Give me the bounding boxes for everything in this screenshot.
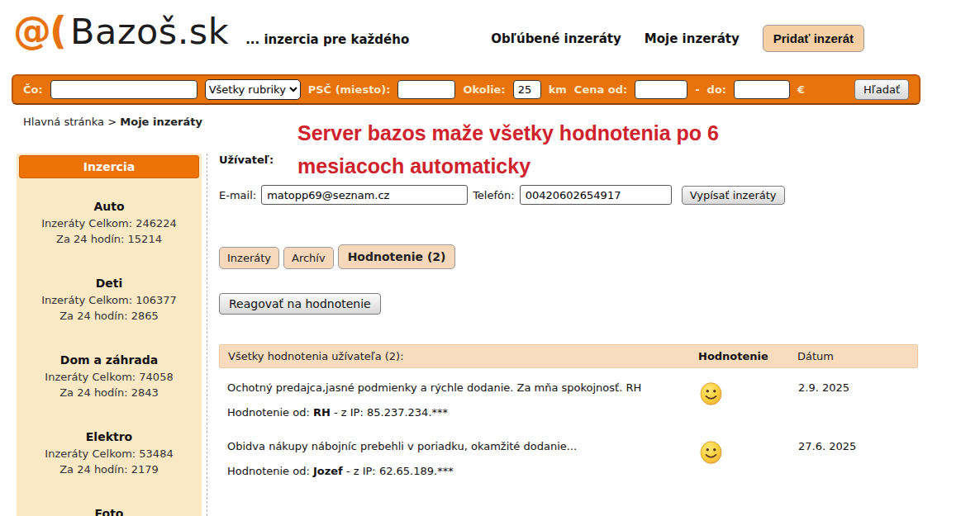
breadcrumb-home-link[interactable]: Hlavná stránka xyxy=(23,116,104,128)
category-list: Auto Inzeráty Celkom: 246224 Za 24 hodín… xyxy=(17,178,202,516)
rating-date: 27.6. 2025 xyxy=(798,440,910,477)
category-name[interactable]: Deti xyxy=(17,277,202,290)
list-ads-button[interactable]: Vypísať inzeráty xyxy=(682,186,785,205)
tab-archiv[interactable]: Archív xyxy=(283,247,334,269)
search-bar: Čo: Všetky rubriky PSČ (miesto): Okolie:… xyxy=(12,74,921,105)
psc-input[interactable] xyxy=(397,80,455,99)
category-foto[interactable]: Foto xyxy=(17,507,202,516)
cena-dash: - xyxy=(695,83,699,96)
header-nav: Obľúbené inzeráty Moje inzeráty Pridať i… xyxy=(491,25,864,52)
date-column-header: Dátum xyxy=(797,350,909,362)
ratings-table: Všetky hodnotenia užívateľa (2): Hodnote… xyxy=(219,344,918,485)
breadcrumb-separator: > xyxy=(107,116,117,128)
category-name[interactable]: Foto xyxy=(17,507,202,516)
rating-row-texts: Obidva nákupy nábojníc prebehli v poriad… xyxy=(227,440,699,477)
tab-hodnotenie[interactable]: Hodnotenie (2) xyxy=(338,244,456,269)
contact-row: E-mail: Telefón: Vypísať inzeráty xyxy=(219,185,785,205)
rating-row: Ochotný predajca,jasné podmienky a rýchl… xyxy=(219,368,918,427)
add-ad-button[interactable]: Pridať inzerát xyxy=(763,25,864,52)
search-what-label: Čo: xyxy=(23,83,43,96)
smiley-happy-icon xyxy=(699,440,798,477)
rating-date: 2.9. 2025 xyxy=(798,381,910,419)
main-content: Užívateľ: E-mail: Telefón: Vypísať inzer… xyxy=(219,154,918,166)
category-name[interactable]: Auto xyxy=(17,200,202,213)
cena-od-label: Cena od: xyxy=(574,83,627,96)
page: @( Bazoš.sk ... inzercia pre každého Obľ… xyxy=(0,0,980,516)
sidebar-inzercia: Inzercia Auto Inzeráty Celkom: 246224 Za… xyxy=(17,154,202,516)
rating-from-name: RH xyxy=(313,406,331,419)
category-last24: Za 24 hodín: 2179 xyxy=(17,462,202,477)
euro-label: € xyxy=(797,83,805,96)
breadcrumb-current: Moje inzeráty xyxy=(120,116,202,128)
smiley-happy-icon xyxy=(699,381,798,419)
sidebar-divider xyxy=(207,154,207,516)
category-name[interactable]: Elektro xyxy=(17,430,202,443)
rating-from-ip: - z IP: 62.65.189.*** xyxy=(343,465,454,477)
phone-label: Telefón: xyxy=(473,189,515,201)
rating-text: Obidva nákupy nábojníc prebehli v poriad… xyxy=(227,440,699,452)
respond-to-rating-button[interactable]: Reagovať na hodnotenie xyxy=(219,293,381,315)
category-total: Inzeráty Celkom: 53484 xyxy=(17,446,202,462)
do-label: do: xyxy=(707,83,726,96)
search-button[interactable]: Hľadať xyxy=(854,79,909,100)
category-dom-a-zahrada[interactable]: Dom a záhrada Inzeráty Celkom: 74058 Za … xyxy=(17,353,202,400)
email-field[interactable] xyxy=(261,185,468,205)
km-label: km xyxy=(549,83,567,96)
rating-from-label: Hodnotenie od: xyxy=(227,406,313,419)
rating-row-texts: Ochotný predajca,jasné podmienky a rýchl… xyxy=(227,381,699,419)
category-total: Inzeráty Celkom: 106377 xyxy=(17,292,202,308)
breadcrumb: Hlavná stránka > Moje inzeráty xyxy=(23,116,202,128)
logo-text[interactable]: Bazoš.sk xyxy=(70,11,229,52)
site-tagline: ... inzercia pre každého xyxy=(245,32,409,47)
okolie-input[interactable] xyxy=(513,80,541,99)
rating-from-line: Hodnotenie od: RH - z IP: 85.237.234.*** xyxy=(227,406,699,419)
category-last24: Za 24 hodín: 2843 xyxy=(17,385,202,400)
nav-my-ads-link[interactable]: Moje inzeráty xyxy=(645,31,740,46)
rating-column-header: Hodnotenie xyxy=(698,350,797,362)
deletion-notice: Server bazos maže všetky hodnotenia po 6… xyxy=(297,116,793,182)
rating-from-name: Jozef xyxy=(313,465,343,477)
cena-od-input[interactable] xyxy=(635,80,687,99)
category-deti[interactable]: Deti Inzeráty Celkom: 106377 Za 24 hodín… xyxy=(17,277,202,324)
tab-inzeraty[interactable]: Inzeráty xyxy=(219,247,279,269)
okolie-label: Okolie: xyxy=(463,83,505,96)
phone-field[interactable] xyxy=(520,185,672,205)
tabs: Inzeráty Archív Hodnotenie (2) xyxy=(219,244,455,269)
category-auto[interactable]: Auto Inzeráty Celkom: 246224 Za 24 hodín… xyxy=(17,200,202,247)
sidebar-title: Inzercia xyxy=(19,155,199,178)
search-what-input[interactable] xyxy=(50,80,197,99)
category-name[interactable]: Dom a záhrada xyxy=(17,353,202,367)
category-total: Inzeráty Celkom: 246224 xyxy=(17,215,202,231)
rating-row: Obidva nákupy nábojníc prebehli v poriad… xyxy=(219,427,918,485)
category-select[interactable]: Všetky rubriky xyxy=(205,79,301,100)
rating-from-line: Hodnotenie od: Jozef - z IP: 62.65.189.*… xyxy=(227,465,699,477)
category-total: Inzeráty Celkom: 74058 xyxy=(17,369,202,385)
rating-text: Ochotný predajca,jasné podmienky a rýchl… xyxy=(227,381,699,394)
rating-from-ip: - z IP: 85.237.234.*** xyxy=(331,406,448,419)
ratings-title: Všetky hodnotenia užívateľa (2): xyxy=(228,350,698,362)
rating-from-label: Hodnotenie od: xyxy=(227,465,313,477)
psc-label: PSČ (miesto): xyxy=(308,83,391,96)
category-last24: Za 24 hodín: 2865 xyxy=(17,308,202,324)
email-label: E-mail: xyxy=(219,189,256,201)
category-last24: Za 24 hodín: 15214 xyxy=(17,231,202,247)
nav-favourite-ads-link[interactable]: Obľúbené inzeráty xyxy=(491,31,621,46)
category-elektro[interactable]: Elektro Inzeráty Celkom: 53484 Za 24 hod… xyxy=(17,430,202,477)
header-logo: @( Bazoš.sk ... inzercia pre každého xyxy=(13,8,409,53)
ratings-header-row: Všetky hodnotenia užívateľa (2): Hodnote… xyxy=(219,344,918,368)
logo-at-icon: @( xyxy=(13,8,65,53)
user-label: Užívateľ: xyxy=(219,154,918,166)
cena-do-input[interactable] xyxy=(734,80,790,99)
